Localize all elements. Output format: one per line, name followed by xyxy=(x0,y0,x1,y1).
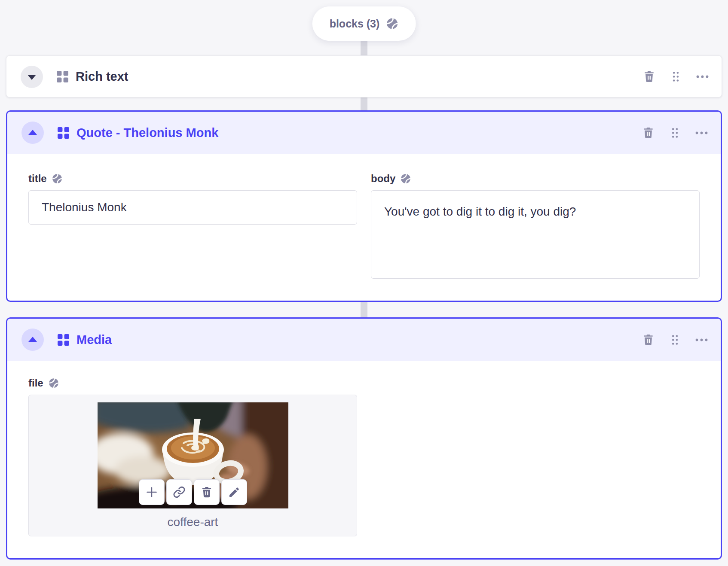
block-title: Quote - Thelonius Monk xyxy=(76,126,218,140)
more-options-button[interactable] xyxy=(695,70,710,84)
block-media-header[interactable]: Media xyxy=(7,319,721,361)
component-icon xyxy=(58,127,69,139)
block-rich-text-header[interactable]: Rich text xyxy=(6,56,722,97)
media-asset-card: coffee-art xyxy=(28,395,357,536)
block-media: Media file xyxy=(6,317,722,560)
globe-icon xyxy=(400,173,411,184)
block-quote-header[interactable]: Quote - Thelonius Monk xyxy=(7,112,721,154)
asset-filename: coffee-art xyxy=(168,515,218,529)
media-action-bar xyxy=(139,479,247,505)
block-connector xyxy=(361,301,367,319)
dynamic-zone-editor: { "pill": { "label": "blocks (3)", "icon… xyxy=(0,0,728,566)
media-preview[interactable] xyxy=(98,402,288,508)
chevron-up-icon xyxy=(28,337,37,342)
collapse-toggle-button[interactable] xyxy=(21,329,44,351)
drag-handle[interactable] xyxy=(667,125,682,140)
title-field-label: title xyxy=(28,173,47,185)
body-textarea[interactable]: You've got to dig it to dig it, you dig? xyxy=(371,190,700,279)
globe-icon xyxy=(48,377,59,389)
globe-icon xyxy=(385,17,398,30)
title-input[interactable] xyxy=(28,190,357,225)
block-actions xyxy=(641,332,721,347)
globe-icon xyxy=(52,173,63,184)
block-quote: Quote - Thelonius Monk title body You've… xyxy=(6,110,722,302)
delete-block-button[interactable] xyxy=(641,332,655,347)
copy-link-button[interactable] xyxy=(166,479,192,505)
block-actions xyxy=(641,125,721,140)
block-actions xyxy=(642,70,722,84)
block-connector xyxy=(361,39,367,57)
component-icon xyxy=(58,334,69,346)
block-title: Media xyxy=(76,333,112,347)
body-field: body You've got to dig it to dig it, you… xyxy=(371,173,700,280)
add-asset-button[interactable] xyxy=(139,479,165,505)
delete-block-button[interactable] xyxy=(642,70,656,84)
delete-asset-button[interactable] xyxy=(194,479,220,505)
more-options-button[interactable] xyxy=(694,332,709,347)
block-connector xyxy=(361,97,367,112)
drag-handle[interactable] xyxy=(668,70,683,84)
blocks-field-label: blocks (3) xyxy=(330,18,380,30)
edit-asset-button[interactable] xyxy=(221,479,247,505)
quote-fields: title body You've got to dig it to dig i… xyxy=(7,154,721,280)
delete-block-button[interactable] xyxy=(641,125,655,140)
blocks-field-pill: blocks (3) xyxy=(312,6,416,41)
file-field-label: file xyxy=(28,377,43,389)
block-title: Rich text xyxy=(76,70,128,84)
chevron-down-icon xyxy=(28,75,36,80)
media-fields: file xyxy=(7,361,721,536)
chevron-up-icon xyxy=(28,130,37,135)
component-icon xyxy=(57,71,68,82)
body-field-label: body xyxy=(371,173,395,185)
more-options-button[interactable] xyxy=(694,125,709,140)
title-field: title xyxy=(28,173,357,280)
expand-toggle-button[interactable] xyxy=(21,66,43,88)
block-rich-text: Rich text xyxy=(6,55,722,97)
collapse-toggle-button[interactable] xyxy=(21,122,44,144)
drag-handle[interactable] xyxy=(667,332,682,347)
